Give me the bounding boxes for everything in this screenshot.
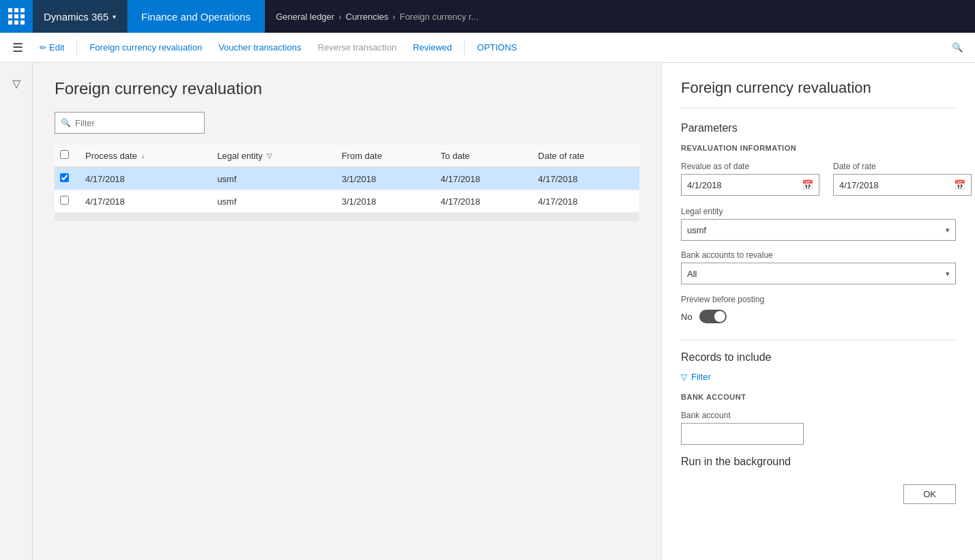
content-area: Foreign currency revaluation 🔍 <box>33 63 661 560</box>
sort-icon: ↓ <box>141 152 145 160</box>
date-row: Revalue as of date 📅 Date of rate 📅 <box>681 162 956 196</box>
voucher-transactions-label: Voucher transactions <box>218 42 301 53</box>
foreign-currency-reval-button[interactable]: Foreign currency revaluation <box>83 38 209 57</box>
date-of-rate-input-wrap: 📅 <box>833 174 972 196</box>
to-date-cell: 4/17/2018 <box>433 190 530 213</box>
ok-button[interactable]: OK <box>903 484 956 504</box>
action-bar: ☰ ✏ Edit Foreign currency revaluation Vo… <box>0 33 975 63</box>
date-of-rate-header: Date of rate <box>530 145 639 167</box>
filter-input[interactable] <box>75 118 199 128</box>
hamburger-button[interactable]: ☰ <box>5 35 30 60</box>
to-date-header: To date <box>433 145 530 167</box>
preview-label-text: Preview before posting <box>681 294 956 304</box>
date-of-rate-input[interactable] <box>839 180 954 190</box>
parameters-section-title: Parameters <box>681 122 956 134</box>
action-separator-2 <box>464 40 465 56</box>
legal-entity-select[interactable]: usmf ussi demf <box>682 220 955 240</box>
finance-ops-nav[interactable]: Finance and Operations <box>128 0 265 33</box>
hamburger-icon: ☰ <box>12 40 23 55</box>
records-filter-label: Filter <box>691 372 711 382</box>
legal-entity-cell: usmf <box>209 190 333 213</box>
action-separator-1 <box>76 40 77 56</box>
breadcrumb-sep1: › <box>338 12 341 22</box>
legal-entity-field: Legal entity usmf ussi demf ▾ <box>681 207 956 241</box>
records-to-include-title: Records to include <box>681 351 956 364</box>
reviewed-label: Reviewed <box>413 42 452 53</box>
bank-account-label: Bank account <box>681 411 956 420</box>
filter-search-icon: 🔍 <box>61 118 71 128</box>
finance-ops-label: Finance and Operations <box>141 11 250 23</box>
options-button[interactable]: OPTIONS <box>470 38 524 57</box>
revalue-calendar-icon[interactable]: 📅 <box>802 179 813 190</box>
row-checkbox[interactable] <box>60 196 69 205</box>
revalue-as-of-date-input[interactable] <box>687 180 802 190</box>
right-panel: Foreign currency revaluation Parameters … <box>661 63 975 560</box>
edit-button[interactable]: ✏ Edit <box>33 38 71 57</box>
voucher-transactions-button[interactable]: Voucher transactions <box>212 38 308 57</box>
preview-toggle-row: No <box>681 310 956 323</box>
breadcrumb: General ledger › Currencies › Foreign cu… <box>265 0 489 33</box>
from-date-cell: 3/1/2018 <box>334 190 433 213</box>
bank-account-section: BANK ACCOUNT Bank account <box>681 393 956 445</box>
breadcrumb-currencies[interactable]: Currencies <box>346 12 389 22</box>
run-in-background-title: Run in the background <box>681 456 956 468</box>
bank-accounts-select-wrap: All Selected ▾ <box>681 263 956 284</box>
page-title: Foreign currency revaluation <box>55 79 639 98</box>
date-of-rate-label: Date of rate <box>538 151 585 161</box>
reverse-transaction-button[interactable]: Reverse transaction <box>311 38 404 57</box>
date-of-rate-cell: 4/17/2018 <box>530 190 639 213</box>
process-date-cell: 4/17/2018 <box>77 190 209 213</box>
bank-account-section-label: BANK ACCOUNT <box>681 393 956 401</box>
legal-entity-label: Legal entity <box>681 207 956 216</box>
date-of-rate-calendar-icon[interactable]: 📅 <box>954 179 965 190</box>
bank-account-input-wrap <box>681 423 804 445</box>
to-date-label: To date <box>441 151 470 161</box>
reviewed-button[interactable]: Reviewed <box>406 38 459 57</box>
table-row: 4/17/2018usmf3/1/20184/17/20184/17/2018 <box>55 167 639 190</box>
row-checkbox[interactable] <box>60 173 69 182</box>
top-navigation: Dynamics 365 ▾ Finance and Operations Ge… <box>0 0 975 33</box>
data-table: Process date ↓ Legal entity ▽ From date <box>55 145 639 213</box>
table-header-row: Process date ↓ Legal entity ▽ From date <box>55 145 639 167</box>
from-date-header: From date <box>334 145 433 167</box>
edit-icon: ✏ <box>40 43 46 53</box>
legal-entity-cell[interactable]: usmf <box>209 167 333 190</box>
search-button[interactable]: 🔍 <box>945 35 970 60</box>
edit-label: Edit <box>49 42 64 53</box>
revalue-as-of-date-field: Revalue as of date 📅 <box>681 162 819 196</box>
date-of-rate-label: Date of rate <box>833 162 972 171</box>
section-divider <box>681 340 956 340</box>
filter-funnel-icon: ▽ <box>12 77 20 90</box>
records-filter-link[interactable]: ▽ Filter <box>681 372 956 382</box>
to-date-cell: 4/17/2018 <box>433 167 530 190</box>
filter-bar: 🔍 <box>55 112 639 134</box>
dynamics365-label: Dynamics 365 <box>44 11 108 23</box>
legal-entity-label: Legal entity <box>217 151 263 161</box>
panel-footer: OK <box>681 484 956 504</box>
foreign-currency-reval-label: Foreign currency revaluation <box>89 42 202 53</box>
legal-entity-header: Legal entity ▽ <box>209 145 333 167</box>
preview-toggle-no-label: No <box>681 312 693 322</box>
revalue-as-of-date-input-wrap: 📅 <box>681 174 819 196</box>
horizontal-scrollbar[interactable] <box>55 213 639 221</box>
filter-input-wrap: 🔍 <box>55 112 205 134</box>
bank-account-input[interactable] <box>682 424 803 444</box>
sidebar-filter-icon[interactable]: ▽ <box>4 71 29 95</box>
reverse-transaction-label: Reverse transaction <box>318 42 397 53</box>
apps-button[interactable] <box>0 0 33 33</box>
records-filter-icon: ▽ <box>681 372 687 382</box>
bank-accounts-select[interactable]: All Selected <box>682 263 955 284</box>
select-all-checkbox[interactable] <box>60 150 69 159</box>
ok-label: OK <box>923 489 936 499</box>
breadcrumb-general-ledger[interactable]: General ledger <box>276 12 334 22</box>
page-content: Foreign currency revaluation 🔍 <box>33 63 661 560</box>
run-in-background-section: Run in the background <box>681 456 956 468</box>
apps-grid-icon <box>8 8 25 25</box>
preview-toggle[interactable] <box>699 310 727 323</box>
search-icon: 🔍 <box>952 42 963 53</box>
legal-entity-select-wrap: usmf ussi demf ▾ <box>681 219 956 241</box>
table-body: 4/17/2018usmf3/1/20184/17/20184/17/20184… <box>55 167 639 213</box>
from-date-label: From date <box>342 151 382 161</box>
dynamics365-nav[interactable]: Dynamics 365 ▾ <box>33 0 128 33</box>
toggle-knob <box>714 311 725 322</box>
